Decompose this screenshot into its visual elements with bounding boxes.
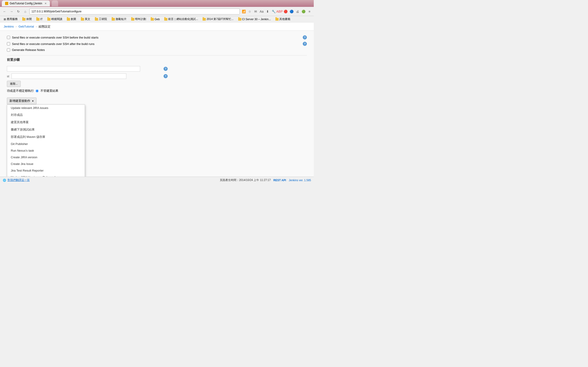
- tab-close-btn[interactable]: ✕: [44, 2, 47, 5]
- bookmark-apps[interactable]: ⊞ 應用服務: [2, 17, 19, 22]
- bookmark-english[interactable]: 英文: [79, 17, 92, 22]
- bookmark-itri[interactable]: 工研院: [93, 17, 109, 22]
- extension4-icon[interactable]: 🖨: [295, 9, 300, 14]
- dropdown-item-6[interactable]: Run Nexus's task: [7, 147, 85, 154]
- dropdown-item-3[interactable]: 彙總下游測試結果: [7, 126, 85, 133]
- dropdown-item-7[interactable]: Create JIRA version: [7, 154, 85, 161]
- address-bar[interactable]: [29, 8, 240, 15]
- bookmark-it[interactable]: IT: [35, 17, 44, 21]
- status-right: 頁面產生時間：2014/10/24 上午 11:27:17 REST API J…: [220, 178, 311, 182]
- release-notes-checkbox[interactable]: [7, 48, 10, 52]
- bookmark-ciserver[interactable]: CI Server 30 – Jenkin...: [236, 17, 273, 21]
- dropdown-item-1[interactable]: 封存成品: [7, 111, 85, 119]
- home-button[interactable]: ⌂: [23, 9, 28, 14]
- ssh-after-checkbox[interactable]: [7, 42, 10, 45]
- extension2-icon[interactable]: 🔴: [283, 9, 288, 14]
- breadcrumb-gebtutorial[interactable]: GebTutorial: [18, 25, 34, 28]
- build-step-row-1: ?: [7, 66, 168, 72]
- breadcrumb-jenkins[interactable]: Jenkins: [4, 25, 14, 28]
- translate-icon[interactable]: Aa: [259, 9, 264, 14]
- dropdown-item-10[interactable]: Mark a JIRA Version as Released: [7, 174, 85, 177]
- menu-icon[interactable]: ≡: [307, 9, 312, 14]
- dropdown-item-4[interactable]: 部署成品到 Maven 儲存庫: [7, 133, 85, 141]
- status-bar: 🌐 對我們翻譯這一頁 頁面產生時間：2014/10/24 上午 11:27:17…: [0, 177, 314, 184]
- ssh-before-checkbox[interactable]: [7, 36, 10, 39]
- help-icon-2[interactable]: ?: [303, 42, 307, 46]
- ssh-after-label: Send files or execute commands over SSH …: [12, 42, 95, 46]
- back-button[interactable]: ←: [2, 9, 7, 14]
- step-input-1[interactable]: [7, 66, 140, 72]
- checkbox-row-2: Send files or execute commands over SSH …: [7, 42, 307, 46]
- bookmark-nextyear-label: 明年計劃: [135, 17, 146, 21]
- browser-toolbar: ← → ↻ ⌂ 📶 ☆ ✉ Aa ⬇ 🔧 ABP 🔴 🔵 🖨 🟢 ≡: [0, 7, 314, 16]
- star-icon[interactable]: ☆: [247, 9, 252, 14]
- forward-button[interactable]: →: [9, 9, 14, 14]
- folder-icon: [95, 18, 98, 21]
- bookmark-motivation-label: 激勵短片: [115, 17, 127, 21]
- adblock-icon[interactable]: ABP: [277, 9, 282, 14]
- help-icon-1[interactable]: ?: [303, 35, 307, 40]
- bookmark-nextyear[interactable]: 明年計劃: [129, 17, 148, 22]
- radio-all-results[interactable]: [36, 90, 39, 92]
- active-tab[interactable]: GebTutorial Config [Jenkin ✕: [2, 0, 50, 6]
- bookmark-ciserver-label: CI Server 30 – Jenkin...: [242, 18, 271, 21]
- dropdown-item-0[interactable]: Update relevant JIRA issues: [7, 105, 85, 111]
- mail-icon[interactable]: ✉: [253, 9, 258, 14]
- bookmark-webtest-label: 前言｜網站自動化測試...: [168, 17, 198, 21]
- bookmark-itbang[interactable]: 2014 第7屆IT邦幫忙...: [201, 17, 235, 22]
- radio-all-label: 不管建置結果: [40, 89, 58, 93]
- status-left: 🌐 對我們翻譯這一頁: [3, 178, 30, 182]
- step-help-icon-1[interactable]: ?: [164, 67, 168, 71]
- dropdown-item-9[interactable]: Jira Test Result Reporter: [7, 167, 85, 174]
- dropdown-item-5[interactable]: Git Publisher: [7, 141, 85, 147]
- rest-api-link[interactable]: REST API: [273, 179, 286, 182]
- step-input-2[interactable]: [11, 73, 126, 79]
- bookmark-webtest[interactable]: 前言｜網站自動化測試...: [162, 17, 200, 22]
- radio-prefix-text: 功或是不穩定都執行: [7, 89, 34, 93]
- dropdown-item-2[interactable]: 建置其他專案: [7, 119, 85, 126]
- bookmark-motivation[interactable]: 激勵短片: [110, 17, 128, 22]
- download-icon[interactable]: ⬇: [265, 9, 270, 14]
- build-step-row-advanced: 進階...: [7, 81, 168, 87]
- folder-icon: [151, 18, 154, 21]
- bookmark-others[interactable]: 其他書籤: [274, 17, 292, 22]
- bookmark-readlater[interactable]: 稍後閱讀: [45, 17, 64, 22]
- bookmark-geb[interactable]: Geb: [149, 17, 162, 21]
- bookmark-startup[interactable]: 創業: [65, 17, 78, 22]
- post-step-dropdown-container: 新增建置後動作 ▼ Update relevant JIRA issues 封存…: [7, 98, 36, 104]
- toolbar-icons: 📶 ☆ ✉ Aa ⬇ 🔧 ABP 🔴 🔵 🖨 🟢 ≡: [241, 9, 312, 14]
- rss-icon[interactable]: 📶: [241, 9, 246, 14]
- timestamp-label: 頁面產生時間：2014/10/24 上午 11:27:17: [220, 178, 271, 182]
- release-notes-label: Generate Release Notes: [12, 48, 45, 52]
- reload-button[interactable]: ↻: [16, 9, 21, 14]
- radio-row: 功或是不穩定都執行 不管建置結果: [7, 89, 168, 93]
- add-post-step-button[interactable]: 新增建置後動作 ▼: [7, 98, 36, 104]
- step-label-test: st: [7, 75, 9, 78]
- dropdown-arrow-icon: ▼: [32, 100, 34, 102]
- page-content: Send files or execute commands over SSH …: [0, 31, 314, 177]
- breadcrumb-sep2: ›: [36, 25, 37, 28]
- bookmark-startup-label: 創業: [71, 17, 76, 21]
- step-help-icon-2[interactable]: ?: [164, 74, 168, 78]
- bookmark-itri-label: 工研院: [99, 17, 107, 21]
- add-post-step-container: 新增建置後動作 ▼ Update relevant JIRA issues 封存…: [7, 98, 168, 104]
- dropdown-item-8[interactable]: Create Jira Issue: [7, 161, 85, 167]
- advanced-button[interactable]: 進階...: [7, 81, 21, 87]
- folder-icon: [131, 18, 134, 21]
- extension3-icon[interactable]: 🔵: [289, 9, 294, 14]
- bookmark-others-label: 其他書籤: [279, 17, 290, 21]
- folder-icon: [203, 18, 206, 21]
- inactive-tab[interactable]: [52, 0, 58, 6]
- post-step-dropdown-menu: Update relevant JIRA issues 封存成品 建置其他專案 …: [7, 104, 85, 177]
- breadcrumb-config: 組態設定: [39, 25, 51, 29]
- add-post-step-label: 新增建置後動作: [9, 99, 30, 103]
- folder-icon: [112, 18, 115, 21]
- extension1-icon[interactable]: 🔧: [271, 9, 276, 14]
- jenkins-version-link[interactable]: Jenkins ver. 1.585: [289, 179, 311, 182]
- folder-icon: [67, 18, 70, 21]
- translate-link[interactable]: 對我們翻譯這一頁: [8, 178, 30, 182]
- extension5-icon[interactable]: 🟢: [301, 9, 306, 14]
- folder-icon: [81, 18, 84, 21]
- bookmark-leisure[interactable]: 休閒: [20, 17, 34, 22]
- build-step-row-2: st ?: [7, 73, 168, 79]
